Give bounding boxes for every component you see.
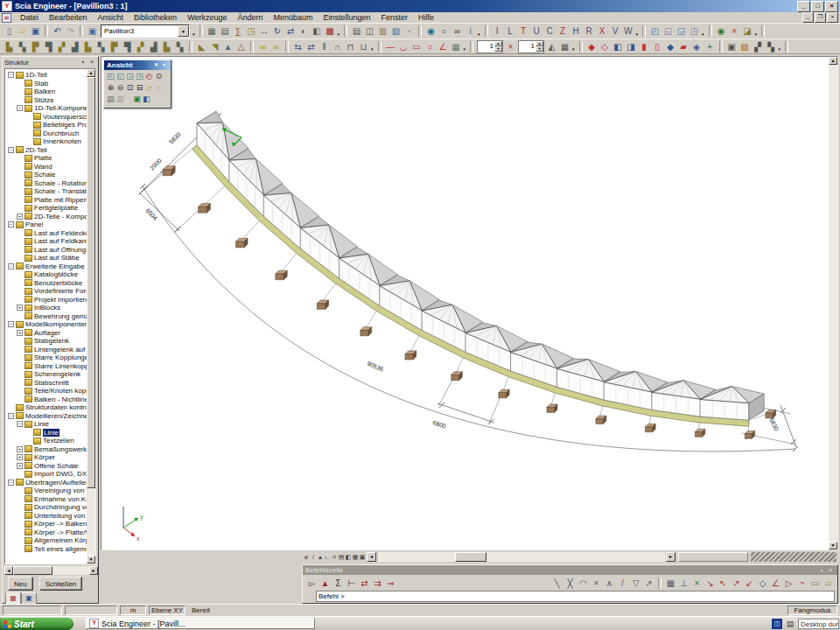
window-layout-4-icon[interactable]: ◳ <box>688 24 701 38</box>
scroll-up-icon[interactable]: ▲ <box>87 69 95 77</box>
tree-item-liniengelenk-auf-2d[interactable]: Liniengelenk auf 2D- <box>6 346 87 354</box>
tree-expander-icon[interactable]: − <box>8 263 14 270</box>
tree-item-last-auf-feldkanten[interactable]: Last auf Feldkanten <box>6 237 87 246</box>
shade-icon[interactable]: ◧ <box>345 551 352 563</box>
tree-expander-icon[interactable]: − <box>8 72 14 78</box>
toolbar-overflow-icon[interactable]: ▾ <box>702 32 704 37</box>
results-icon[interactable]: ∑ <box>232 24 245 38</box>
pointer-icon[interactable]: ▻ <box>305 577 318 590</box>
toolbar-overflow-icon[interactable]: ▾ <box>464 46 466 52</box>
connect-icon[interactable]: ⇆ <box>291 40 304 53</box>
section-c-icon[interactable]: C <box>543 24 556 38</box>
tree-item-1d-teil[interactable]: −1D-Teil <box>6 71 87 80</box>
support-hinged-icon[interactable]: ◇ <box>598 40 612 53</box>
pin-icon[interactable]: • <box>79 58 88 66</box>
pin-icon[interactable]: • <box>817 566 826 575</box>
tree-expander-icon[interactable]: + <box>17 304 23 311</box>
angle-icon[interactable]: ∠ <box>437 40 450 53</box>
scroll-right-icon[interactable]: ► <box>666 552 676 562</box>
intersection-snap-icon[interactable]: ↙ <box>743 577 756 590</box>
relative-x-icon[interactable]: ⇄ <box>358 577 371 590</box>
exit-icon[interactable]: ◪ <box>741 24 754 38</box>
tree-item-platte-mit-rippen[interactable]: Platte mit Rippen <box>6 196 87 205</box>
view-back-icon[interactable]: ◱ <box>116 71 125 81</box>
clipboard-icon[interactable]: ◳ <box>245 24 258 38</box>
tree-expander-icon[interactable]: − <box>17 105 23 111</box>
snap-triangle-icon[interactable]: ▲ <box>317 551 324 563</box>
menu-item-hilfe[interactable]: Hilfe <box>413 12 439 23</box>
snap-down-icon[interactable]: ▽ <box>629 577 642 590</box>
undo-icon[interactable]: ↶ <box>51 24 64 38</box>
profile-8-icon[interactable]: ▚ <box>94 40 108 53</box>
render-box-icon[interactable]: ▣ <box>132 94 142 104</box>
profile-1-icon[interactable]: ▙ <box>3 40 16 53</box>
arc-icon[interactable]: ◡ <box>397 40 410 53</box>
tree-scroll-thumb[interactable] <box>87 77 95 488</box>
zoom-window-icon[interactable]: ⊡ <box>125 82 135 93</box>
snap-angle-icon[interactable]: ∟ <box>324 551 331 563</box>
scroll-down-icon[interactable]: ▼ <box>87 556 95 564</box>
tree-item-1d-teil-komponenten[interactable]: −1D-Teil-Komponenten <box>6 104 87 113</box>
move-icon[interactable]: ↔ <box>258 24 271 38</box>
rotate-icon[interactable]: ↻ <box>271 24 284 38</box>
solid-box-icon[interactable]: ▣ <box>359 551 366 563</box>
tree-expander-icon[interactable]: − <box>8 413 14 419</box>
view-front-icon[interactable]: ◰ <box>106 71 116 81</box>
profile-14-icon[interactable]: ▚ <box>173 40 186 53</box>
zoom-in-icon[interactable]: ⊕ <box>106 82 116 93</box>
tree-item-unterteilung-von-k-rp[interactable]: Unterteilung von Körp <box>6 512 87 521</box>
menu-item-bearbeiten[interactable]: Bearbeiten <box>44 12 93 23</box>
viewport-hscroll-thumb[interactable] <box>455 552 486 562</box>
arbitrary-profile-icon[interactable]: ◥ <box>208 40 221 53</box>
zoom-out-icon[interactable]: ⊖ <box>116 82 125 93</box>
disconnect-icon[interactable]: ⇄ <box>304 40 318 53</box>
neu-button[interactable]: Neu <box>8 577 33 591</box>
sum-icon[interactable]: Σ <box>332 577 345 590</box>
grid-icon[interactable]: ▦ <box>450 40 463 53</box>
chain-1-icon[interactable]: ∞ <box>256 40 270 53</box>
viewport-vertical-scrollbar[interactable]: ▲ ▼ <box>829 57 837 550</box>
tangent-snap-icon[interactable]: ▷ <box>782 577 795 590</box>
tree-item-bema-ungswerkzeug[interactable]: +Bemaßungswerkzeug <box>6 445 87 454</box>
support-fixed-icon[interactable]: ◆ <box>585 40 598 53</box>
schliessen-button[interactable]: Schließen <box>39 577 83 591</box>
graphics-viewport[interactable]: yx5830200065049053568005830 ▲ ▼ <box>101 56 838 550</box>
tree-item-linie[interactable]: −Linie <box>6 420 87 429</box>
profile-10-icon[interactable]: ▜ <box>121 40 134 53</box>
tree-item-schale-translations[interactable]: Schale - Translations <box>6 187 87 196</box>
tree-item-inblocks[interactable]: +InBlocks <box>6 304 87 312</box>
tension-icon[interactable]: ◈ <box>690 40 704 53</box>
scroll-down-icon[interactable]: ▼ <box>829 542 837 550</box>
hinge-icon[interactable]: ▯ <box>651 40 664 53</box>
tree-item-last-auf-ffnungskar[interactable]: Last auf Öffnungskar <box>6 246 87 255</box>
tree-horizontal-scrollbar[interactable]: ◄ ► <box>4 566 98 575</box>
befehlszeile-header[interactable]: Befehlszeile • × <box>303 565 837 575</box>
mirror-icon[interactable]: ◐ <box>298 24 311 38</box>
tree-item-stabschnitt[interactable]: Stabschnitt <box>6 379 87 388</box>
menu-item-ndern[interactable]: Ändern <box>232 12 268 23</box>
tree-expander-icon[interactable]: + <box>17 214 23 220</box>
status-snap-mode[interactable]: Fangmodus <box>788 606 837 615</box>
tree-item-entnahme-von-k-rpe[interactable]: Entnahme von Körpe <box>6 495 87 504</box>
open-icon[interactable]: ▱ <box>16 24 29 38</box>
snap-slash-icon[interactable]: / <box>616 577 629 590</box>
tree-expander-icon[interactable]: − <box>8 321 14 327</box>
tree-expander-icon[interactable]: − <box>8 147 14 153</box>
toolbar-overflow-icon[interactable]: ▾ <box>572 46 575 52</box>
mdi-minimize-button[interactable]: _ <box>802 12 814 23</box>
taskbar-task-button[interactable]: Y Scia Engineer - [Pavill... <box>86 618 315 629</box>
tree-item-platte[interactable]: Platte <box>6 154 87 163</box>
tree-item-stab[interactable]: Stab <box>6 80 87 88</box>
status-plane[interactable]: Ebene XY <box>149 606 186 615</box>
angle-snap-icon[interactable]: ∠ <box>769 577 782 590</box>
toolbar-overflow-icon[interactable]: ▾ <box>636 32 639 37</box>
opening-icon[interactable]: ▲ <box>221 40 234 53</box>
snap-line-icon[interactable]: / <box>310 551 317 563</box>
tree-item-voutenquerschni[interactable]: Voutenquerschni <box>6 113 87 122</box>
tree-item-erweiterte-eingabe[interactable]: −Erweiterte Eingabe <box>6 262 87 271</box>
snap-circle-icon[interactable]: ø <box>303 551 310 563</box>
command-input[interactable]: Befehl > <box>316 591 835 602</box>
section-w-icon[interactable]: W <box>622 24 635 38</box>
tree-item-durchdringung-von-k[interactable]: Durchdringung von K <box>6 503 87 512</box>
tree-expander-icon[interactable]: + <box>17 454 23 460</box>
